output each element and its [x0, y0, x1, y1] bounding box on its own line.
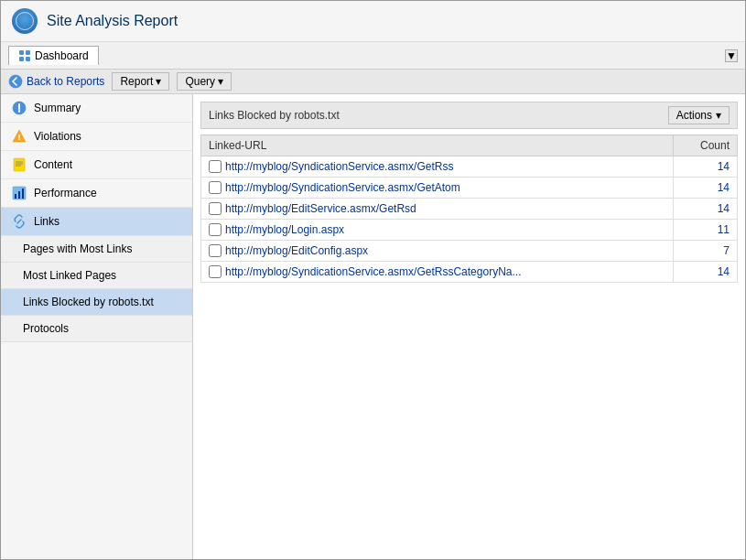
- count-cell: 11: [674, 220, 738, 241]
- query-menu-button[interactable]: Query ▾: [177, 72, 232, 91]
- sidebar-item-links-blocked[interactable]: Links Blocked by robots.txt: [1, 289, 192, 316]
- sidebar-item-links[interactable]: Links: [1, 208, 192, 236]
- actions-label: Actions: [676, 109, 712, 122]
- report-menu-label: Report: [120, 75, 153, 88]
- table-row[interactable]: http://myblog/Login.aspx11: [201, 220, 738, 241]
- violations-icon: !: [12, 129, 27, 144]
- row-checkbox[interactable]: [209, 223, 222, 236]
- links-icon: [12, 214, 27, 229]
- performance-icon: [12, 186, 27, 200]
- count-cell: 14: [674, 156, 738, 178]
- count-cell: 14: [674, 262, 738, 283]
- row-checkbox[interactable]: [209, 265, 222, 278]
- sidebar-item-summary-label: Summary: [34, 102, 81, 114]
- nav-bar: Back to Reports Report ▾ Query ▾: [1, 70, 745, 94]
- url-cell: http://myblog/EditConfig.aspx: [201, 241, 674, 262]
- content-icon: [12, 157, 27, 172]
- url-link[interactable]: http://myblog/EditService.asmx/GetRsd: [225, 202, 416, 215]
- actions-arrow: ▾: [716, 109, 721, 122]
- back-label: Back to Reports: [27, 75, 104, 88]
- svg-rect-2: [19, 57, 24, 61]
- url-link[interactable]: http://myblog/SyndicationService.asmx/Ge…: [225, 160, 453, 173]
- sidebar-item-performance-label: Performance: [34, 187, 97, 199]
- svg-rect-8: [14, 158, 25, 171]
- svg-rect-13: [15, 194, 16, 199]
- main-panel: Links Blocked by robots.txt Actions ▾ Li…: [193, 94, 745, 559]
- url-link[interactable]: http://myblog/Login.aspx: [225, 223, 344, 236]
- url-link[interactable]: http://myblog/SyndicationService.asmx/Ge…: [225, 265, 521, 278]
- sidebar-item-protocols[interactable]: Protocols: [1, 316, 192, 342]
- sidebar-item-violations[interactable]: ! Violations: [1, 123, 192, 151]
- sidebar-item-summary[interactable]: Summary: [1, 94, 192, 123]
- sidebar-item-links-blocked-label: Links Blocked by robots.txt: [23, 296, 154, 308]
- table-row[interactable]: http://myblog/SyndicationService.asmx/Ge…: [201, 156, 738, 178]
- query-menu-arrow: ▾: [218, 75, 223, 88]
- query-menu-label: Query: [185, 75, 215, 88]
- panel-title: Links Blocked by robots.txt: [209, 109, 340, 122]
- sidebar-item-content[interactable]: Content: [1, 151, 192, 179]
- count-cell: 14: [674, 199, 738, 220]
- url-link[interactable]: http://myblog/EditConfig.aspx: [225, 244, 368, 257]
- title-bar: Site Analysis Report: [1, 1, 745, 42]
- url-cell: http://myblog/SyndicationService.asmx/Ge…: [201, 156, 674, 178]
- back-to-reports-button[interactable]: Back to Reports: [8, 74, 104, 89]
- row-checkbox[interactable]: [209, 202, 222, 215]
- summary-icon: [12, 101, 27, 115]
- dashboard-tab-label: Dashboard: [35, 49, 89, 62]
- table-row[interactable]: http://myblog/SyndicationService.asmx/Ge…: [201, 262, 738, 283]
- svg-text:!: !: [18, 133, 21, 142]
- table-row[interactable]: http://myblog/SyndicationService.asmx/Ge…: [201, 178, 738, 199]
- app-icon: [12, 8, 38, 34]
- svg-rect-1: [26, 50, 30, 55]
- svg-rect-3: [26, 57, 30, 61]
- toolbar-dropdown[interactable]: ▼: [725, 49, 738, 62]
- row-checkbox[interactable]: [209, 181, 222, 194]
- sidebar-item-most-linked-pages-label: Most Linked Pages: [23, 269, 116, 282]
- sidebar-item-violations-label: Violations: [34, 130, 81, 143]
- count-cell: 14: [674, 178, 738, 199]
- content-area: Summary ! Violations: [1, 94, 745, 559]
- report-menu-arrow: ▾: [156, 75, 161, 88]
- row-checkbox[interactable]: [209, 160, 222, 173]
- dashboard-icon: [18, 49, 31, 62]
- sidebar: Summary ! Violations: [1, 94, 193, 559]
- url-column-header: Linked-URL: [201, 135, 674, 156]
- svg-rect-15: [22, 188, 24, 199]
- sidebar-item-protocols-label: Protocols: [23, 322, 69, 335]
- url-link[interactable]: http://myblog/SyndicationService.asmx/Ge…: [225, 181, 460, 194]
- sidebar-item-pages-most-links[interactable]: Pages with Most Links: [1, 236, 192, 263]
- back-icon: [8, 74, 23, 89]
- tab-bar: Dashboard ▼: [1, 42, 745, 70]
- report-menu-button[interactable]: Report ▾: [112, 72, 169, 91]
- dashboard-tab[interactable]: Dashboard: [8, 46, 99, 65]
- url-cell: http://myblog/Login.aspx: [201, 220, 674, 241]
- sidebar-item-pages-most-links-label: Pages with Most Links: [23, 242, 132, 255]
- row-checkbox[interactable]: [209, 244, 222, 257]
- svg-rect-14: [18, 191, 20, 199]
- sidebar-item-links-label: Links: [34, 215, 59, 228]
- sidebar-item-most-linked-pages[interactable]: Most Linked Pages: [1, 263, 192, 289]
- window-title: Site Analysis Report: [47, 13, 178, 29]
- url-cell: http://myblog/EditService.asmx/GetRsd: [201, 199, 674, 220]
- actions-button[interactable]: Actions ▾: [668, 106, 730, 124]
- sidebar-item-performance[interactable]: Performance: [1, 179, 192, 208]
- sidebar-item-content-label: Content: [34, 158, 72, 171]
- svg-rect-0: [19, 50, 24, 55]
- links-table: Linked-URL Count http://myblog/Syndicati…: [200, 135, 738, 283]
- panel-header: Links Blocked by robots.txt Actions ▾: [200, 102, 738, 129]
- table-row[interactable]: http://myblog/EditConfig.aspx7: [201, 241, 738, 262]
- count-column-header: Count: [674, 135, 738, 156]
- svg-point-4: [9, 75, 22, 88]
- count-cell: 7: [674, 241, 738, 262]
- table-row[interactable]: http://myblog/EditService.asmx/GetRsd14: [201, 199, 738, 220]
- url-cell: http://myblog/SyndicationService.asmx/Ge…: [201, 262, 674, 283]
- url-cell: http://myblog/SyndicationService.asmx/Ge…: [201, 178, 674, 199]
- main-window: Site Analysis Report Dashboard ▼ Back to…: [0, 0, 746, 560]
